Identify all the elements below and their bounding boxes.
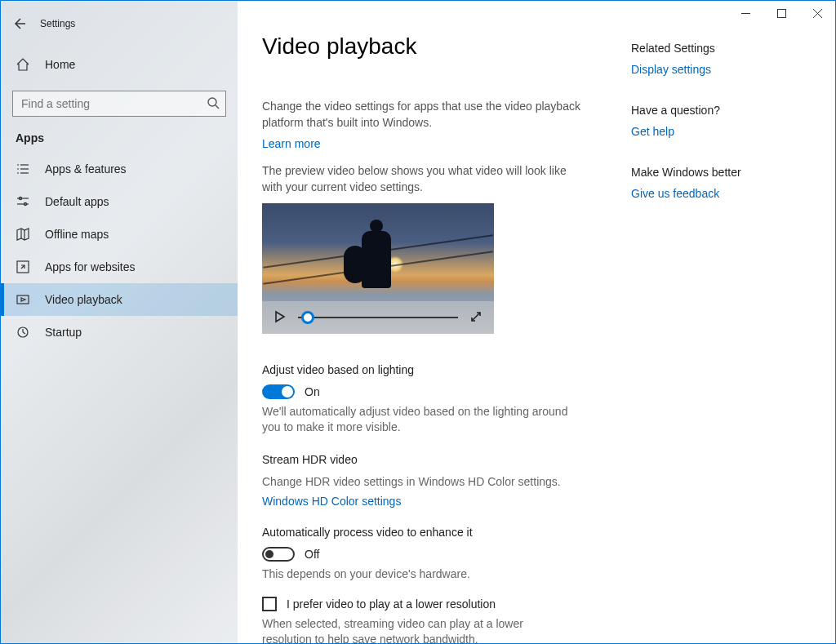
- map-icon: [16, 227, 30, 242]
- search-wrap: [12, 91, 226, 117]
- svg-line-24: [472, 313, 480, 321]
- hdr-desc: Change HDR video settings in Windows HD …: [262, 474, 572, 490]
- svg-point-5: [208, 98, 216, 106]
- lighting-toggle[interactable]: [262, 384, 295, 399]
- lighting-desc: We'll automatically adjust video based o…: [262, 404, 572, 435]
- fullscreen-icon[interactable]: [469, 310, 482, 326]
- home-nav[interactable]: Home: [1, 48, 238, 81]
- intro-text: Change the video settings for apps that …: [262, 99, 589, 131]
- lowres-checkbox[interactable]: [262, 597, 277, 611]
- settings-window: Settings Home Apps Apps & features Defau…: [0, 0, 836, 644]
- video-seek-track[interactable]: [298, 317, 458, 318]
- nav-list: Apps & features Default apps Offline map…: [1, 153, 238, 349]
- svg-marker-23: [276, 312, 284, 322]
- defaults-icon: [16, 194, 30, 209]
- nav-label: Offline maps: [45, 228, 109, 241]
- feedback-link[interactable]: Give us feedback: [631, 187, 819, 200]
- svg-marker-21: [21, 298, 25, 301]
- nav-startup[interactable]: Startup: [1, 316, 238, 349]
- hdr-title: Stream HDR video: [262, 453, 631, 466]
- content: Video playback Change the video settings…: [238, 1, 631, 643]
- minimize-button[interactable]: [727, 1, 763, 25]
- page-title: Video playback: [262, 33, 631, 60]
- nav-label: Apps & features: [45, 162, 127, 175]
- get-help-link[interactable]: Get help: [631, 125, 819, 138]
- video-seek-thumb[interactable]: [301, 311, 314, 324]
- maximize-button[interactable]: [763, 1, 799, 25]
- lighting-state: On: [305, 385, 320, 398]
- side-pane: Related Settings Display settings Have a…: [631, 1, 835, 643]
- nav-label: Video playback: [45, 293, 122, 306]
- main-area[interactable]: Video playback Change the video settings…: [238, 1, 835, 643]
- back-button[interactable]: [1, 11, 37, 37]
- svg-rect-20: [17, 295, 29, 304]
- enhance-desc: This depends on your device's hardware.: [262, 566, 572, 582]
- open-icon: [16, 260, 30, 274]
- nav-apps-websites[interactable]: Apps for websites: [1, 251, 238, 283]
- search-icon: [207, 96, 220, 112]
- startup-icon: [16, 325, 30, 340]
- enhance-state: Off: [305, 548, 319, 561]
- category-label: Apps: [16, 131, 238, 144]
- lighting-title: Adjust video based on lighting: [262, 363, 631, 376]
- lowres-label: I prefer video to play at a lower resolu…: [287, 597, 496, 611]
- learn-more-link[interactable]: Learn more: [262, 137, 321, 150]
- list-icon: [16, 162, 30, 176]
- home-icon: [16, 57, 30, 72]
- display-settings-link[interactable]: Display settings: [631, 63, 819, 76]
- play-icon[interactable]: [273, 310, 287, 326]
- home-label: Home: [45, 58, 75, 71]
- window-controls: [727, 1, 835, 25]
- video-icon: [16, 292, 30, 307]
- hdr-link[interactable]: Windows HD Color settings: [262, 495, 401, 508]
- question-heading: Have a question?: [631, 104, 819, 117]
- nav-offline-maps[interactable]: Offline maps: [1, 218, 238, 251]
- nav-label: Startup: [45, 326, 82, 339]
- svg-line-6: [216, 105, 219, 109]
- video-controls: [262, 301, 494, 334]
- nav-video-playback[interactable]: Video playback: [1, 283, 238, 316]
- app-title: Settings: [40, 18, 75, 29]
- feedback-heading: Make Windows better: [631, 166, 819, 179]
- titlebar: Settings: [1, 11, 238, 37]
- nav-default-apps[interactable]: Default apps: [1, 185, 238, 218]
- search-input[interactable]: [12, 91, 226, 117]
- svg-rect-1: [777, 9, 785, 17]
- preview-text: The preview video below shows you what v…: [262, 163, 589, 195]
- enhance-toggle[interactable]: [262, 547, 295, 562]
- sidebar: Settings Home Apps Apps & features Defau…: [1, 1, 238, 643]
- related-heading: Related Settings: [631, 42, 819, 55]
- lowres-desc: When selected, streaming video can play …: [262, 616, 572, 643]
- video-preview[interactable]: [262, 203, 494, 334]
- nav-label: Apps for websites: [45, 260, 136, 273]
- nav-apps-features[interactable]: Apps & features: [1, 153, 238, 185]
- nav-label: Default apps: [45, 195, 109, 208]
- close-button[interactable]: [799, 1, 835, 25]
- enhance-title: Automatically process video to enhance i…: [262, 526, 631, 539]
